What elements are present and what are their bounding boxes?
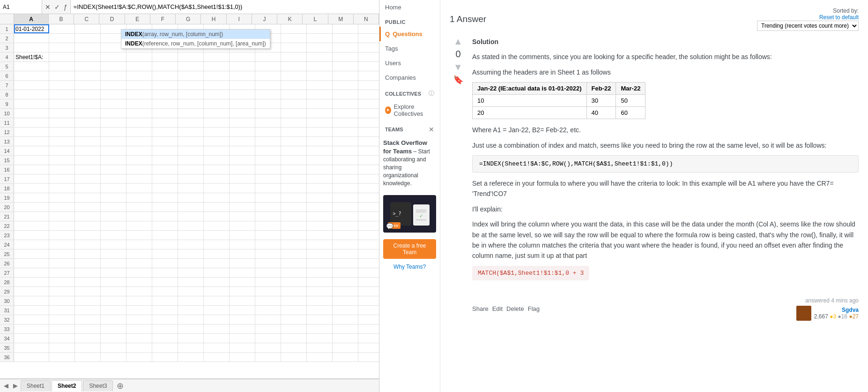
grid-cell[interactable] — [230, 287, 255, 296]
grid-cell[interactable] — [333, 353, 358, 362]
col-header-a[interactable]: A — [14, 14, 49, 24]
grid-cell[interactable] — [101, 315, 126, 324]
grid-cell[interactable] — [333, 306, 358, 315]
grid-cell[interactable] — [14, 99, 49, 108]
grid-cell[interactable] — [307, 287, 333, 296]
grid-cell[interactable] — [152, 240, 178, 249]
grid-cell[interactable] — [75, 174, 101, 183]
grid-cell[interactable] — [152, 353, 178, 362]
grid-cell[interactable] — [49, 249, 75, 258]
grid-cell[interactable] — [178, 259, 204, 268]
grid-cell[interactable] — [230, 240, 255, 249]
grid-cell[interactable] — [126, 165, 152, 174]
grid-cell[interactable] — [75, 287, 101, 296]
col-header-k[interactable]: K — [277, 14, 303, 24]
grid-cell[interactable] — [281, 109, 307, 118]
grid-cell[interactable] — [204, 334, 230, 343]
grid-cell[interactable] — [204, 81, 230, 90]
formula-input[interactable] — [71, 0, 379, 14]
grid-cell[interactable] — [230, 212, 255, 221]
grid-cell[interactable] — [255, 268, 281, 277]
grid-cell[interactable] — [358, 109, 379, 118]
grid-cell[interactable] — [126, 287, 152, 296]
grid-cell[interactable] — [152, 249, 178, 258]
grid-cell[interactable] — [178, 109, 204, 118]
grid-cell[interactable] — [49, 165, 75, 174]
grid-cell[interactable] — [333, 212, 358, 221]
grid-cell[interactable] — [333, 62, 358, 71]
grid-cell[interactable] — [14, 165, 49, 174]
grid-cell[interactable] — [178, 71, 204, 80]
grid-cell[interactable] — [178, 99, 204, 108]
grid-cell[interactable] — [230, 118, 255, 127]
grid-cell[interactable] — [255, 118, 281, 127]
grid-cell[interactable] — [152, 184, 178, 193]
grid-cell[interactable] — [126, 212, 152, 221]
col-header-f[interactable]: F — [150, 14, 176, 24]
grid-cell[interactable] — [230, 221, 255, 230]
grid-cell[interactable] — [358, 343, 379, 352]
grid-cell[interactable] — [49, 334, 75, 343]
grid-cell[interactable] — [178, 231, 204, 240]
grid-cell[interactable] — [101, 174, 126, 183]
grid-cell[interactable] — [307, 146, 333, 155]
grid-cell[interactable] — [101, 118, 126, 127]
grid-cell[interactable] — [75, 146, 101, 155]
grid-container[interactable]: 101-01-2022234Sheet1!$A:5678910111213141… — [0, 24, 379, 378]
grid-cell[interactable] — [101, 212, 126, 221]
grid-cell[interactable] — [204, 118, 230, 127]
grid-cell[interactable] — [307, 137, 333, 146]
grid-cell[interactable] — [14, 193, 49, 202]
grid-cell[interactable] — [333, 118, 358, 127]
grid-cell[interactable] — [152, 212, 178, 221]
grid-cell[interactable] — [333, 278, 358, 286]
grid-cell[interactable] — [49, 221, 75, 230]
grid-cell[interactable] — [230, 156, 255, 165]
col-header-i[interactable]: I — [227, 14, 252, 24]
grid-cell[interactable] — [126, 324, 152, 333]
grid-cell[interactable] — [281, 306, 307, 315]
grid-cell[interactable] — [333, 184, 358, 193]
grid-cell[interactable] — [126, 62, 152, 71]
grid-cell[interactable] — [101, 53, 126, 61]
grid-cell[interactable] — [14, 34, 49, 43]
grid-cell[interactable] — [281, 353, 307, 362]
grid-cell[interactable] — [14, 249, 49, 258]
grid-cell[interactable] — [101, 306, 126, 315]
grid-cell[interactable] — [101, 221, 126, 230]
grid-cell[interactable] — [152, 99, 178, 108]
grid-cell[interactable] — [126, 71, 152, 80]
grid-cell[interactable] — [333, 165, 358, 174]
grid-cell[interactable] — [333, 231, 358, 240]
grid-cell[interactable] — [307, 231, 333, 240]
grid-cell[interactable] — [75, 109, 101, 118]
grid-cell[interactable] — [358, 306, 379, 315]
grid-cell[interactable] — [75, 324, 101, 333]
grid-cell[interactable] — [230, 71, 255, 80]
grid-cell[interactable] — [49, 118, 75, 127]
grid-cell[interactable] — [358, 184, 379, 193]
grid-cell[interactable] — [307, 315, 333, 324]
grid-cell[interactable] — [358, 90, 379, 99]
grid-cell[interactable] — [49, 193, 75, 202]
grid-cell[interactable] — [307, 165, 333, 174]
grid-cell[interactable] — [101, 128, 126, 136]
grid-cell[interactable] — [152, 137, 178, 146]
grid-cell[interactable] — [333, 343, 358, 352]
grid-cell[interactable] — [333, 109, 358, 118]
grid-cell[interactable] — [152, 343, 178, 352]
grid-cell[interactable] — [204, 259, 230, 268]
grid-cell[interactable] — [281, 278, 307, 286]
grid-cell[interactable] — [255, 81, 281, 90]
grid-cell[interactable] — [230, 184, 255, 193]
grid-cell[interactable] — [178, 221, 204, 230]
col-header-j[interactable]: J — [252, 14, 277, 24]
grid-cell[interactable] — [49, 203, 75, 211]
grid-cell[interactable] — [14, 278, 49, 286]
grid-cell[interactable] — [49, 240, 75, 249]
grid-cell[interactable] — [281, 193, 307, 202]
sheet-tab-1[interactable]: Sheet1 — [21, 380, 51, 391]
grid-cell[interactable] — [307, 128, 333, 136]
grid-cell[interactable] — [255, 193, 281, 202]
grid-cell[interactable] — [178, 240, 204, 249]
